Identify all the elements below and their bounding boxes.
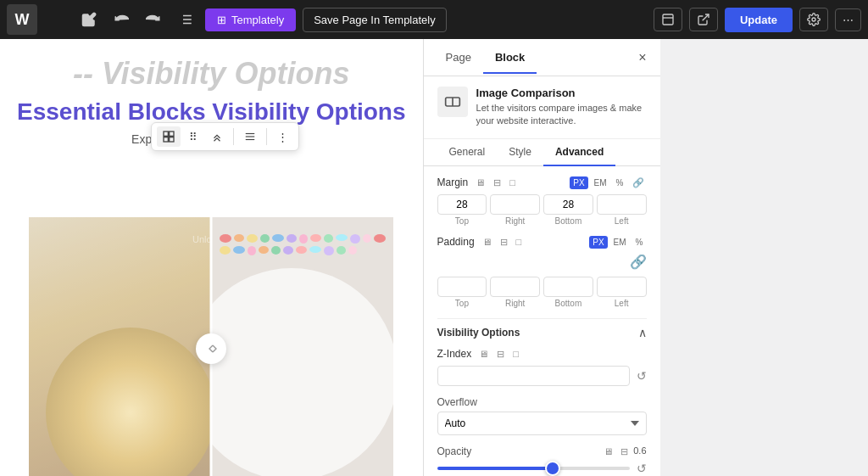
padding-units: PX EM % [589, 236, 646, 249]
sub-tab-style[interactable]: Style [497, 139, 543, 166]
templately-button[interactable]: ⊞ Templately [205, 8, 296, 31]
undo-button[interactable] [108, 8, 134, 31]
padding-device-icon[interactable]: 🖥 [480, 236, 494, 249]
padding-inputs: Top Right Bottom Left [437, 277, 647, 308]
dots-button[interactable]: ⠿ [184, 127, 203, 147]
margin-bottom-label: Bottom [555, 216, 582, 226]
margin-top-input[interactable] [437, 194, 487, 215]
block-type-button[interactable] [157, 126, 181, 147]
opacity-slider[interactable]: 0.6 [437, 467, 630, 470]
opacity-device-icon[interactable]: 🖥 [601, 445, 615, 458]
tab-page[interactable]: Page [434, 42, 483, 74]
zindex-device-icon[interactable]: 🖥 [476, 348, 491, 361]
canvas-area: ⠿ ⋮ -- Visibility Options Essential Bloc… [0, 39, 423, 476]
margin-bottom-input[interactable] [543, 194, 593, 215]
edit-button[interactable] [76, 8, 102, 31]
padding-link-icon[interactable]: 🔗 [630, 254, 647, 270]
settings-button[interactable] [799, 8, 828, 31]
margin-right-label: Right [505, 216, 525, 226]
padding-bottom-input[interactable] [543, 277, 593, 297]
margin-units: PX EM % 🔗 [570, 176, 646, 189]
comparison-handle[interactable] [196, 333, 226, 364]
margin-section: Margin 🖥 ⊟ □ PX EM % 🔗 [437, 176, 647, 226]
panel-content: Margin 🖥 ⊟ □ PX EM % 🔗 [424, 166, 660, 476]
block-icon [437, 87, 468, 117]
padding-tablet-icon[interactable]: ⊟ [498, 236, 510, 249]
wp-logo-icon[interactable]: W [7, 4, 37, 35]
padding-unit-percent[interactable]: % [632, 236, 647, 249]
block-toolbar: ⠿ ⋮ [151, 122, 299, 151]
more-block-button[interactable]: ⋮ [272, 127, 293, 147]
right-sidebar: Page Block × Image Comparison Let the vi… [423, 39, 660, 476]
opacity-slider-thumb[interactable]: 0.6 [545, 461, 560, 476]
margin-tablet-icon[interactable]: ⊟ [491, 176, 504, 189]
padding-left-input[interactable] [597, 277, 647, 297]
preview-button[interactable] [689, 8, 718, 31]
zindex-input[interactable] [437, 366, 630, 386]
visibility-section-header: Visibility Options ∧ [437, 326, 647, 339]
tab-block[interactable]: Block [483, 42, 537, 74]
margin-label: Margin [437, 176, 469, 188]
padding-unit-px[interactable]: PX [589, 236, 607, 249]
padding-field-icons: 🖥 ⊟ □ [480, 236, 525, 249]
sidebar-close-button[interactable]: × [635, 47, 649, 69]
margin-right-input[interactable] [490, 194, 540, 215]
margin-left-label: Left [615, 216, 629, 226]
margin-unit-percent[interactable]: % [613, 176, 627, 189]
overflow-select[interactable]: Auto Hidden Visible Scroll [437, 412, 647, 435]
update-button[interactable]: Update [725, 8, 793, 32]
padding-bottom-label: Bottom [555, 299, 582, 308]
arrows-button[interactable] [206, 127, 228, 146]
templately-icon: ⊞ [217, 14, 226, 26]
padding-left-label: Left [615, 299, 629, 308]
opacity-reset-button[interactable]: ↺ [637, 462, 647, 475]
view-button[interactable] [654, 8, 682, 31]
margin-unit-px[interactable]: PX [570, 176, 587, 189]
opacity-label: Opacity [437, 445, 476, 457]
svg-rect-10 [164, 132, 168, 136]
zindex-reset-button[interactable]: ↺ [637, 369, 647, 383]
opacity-icons: 🖥 ⊟ 0.6 [601, 445, 646, 458]
sub-tab-general[interactable]: General [437, 139, 498, 166]
details-button[interactable] [173, 8, 198, 31]
add-block-button[interactable] [44, 8, 70, 31]
redo-button[interactable] [141, 8, 166, 31]
padding-unit-em[interactable]: EM [610, 236, 630, 249]
after-image [211, 217, 393, 476]
margin-field-icons: 🖥 ⊟ □ [473, 176, 518, 189]
opacity-tablet-icon[interactable]: ⊟ [618, 445, 631, 458]
padding-right-input[interactable] [490, 277, 540, 297]
zindex-mobile-icon[interactable]: □ [510, 348, 521, 361]
save-page-button[interactable]: Save Page In Templately [303, 8, 447, 32]
visibility-section-toggle[interactable]: ∧ [638, 326, 647, 339]
overflow-label: Overflow [437, 396, 647, 408]
margin-device-icon[interactable]: 🖥 [473, 176, 487, 189]
block-info: Image Comparison Let the visitors compar… [424, 76, 660, 139]
svg-rect-6 [663, 14, 673, 25]
padding-top-input[interactable] [437, 277, 487, 297]
margin-top-label: Top [455, 216, 469, 226]
more-options-button[interactable]: ⋯ [835, 8, 861, 31]
block-name-label: Image Comparison [476, 87, 647, 99]
padding-right-label: Right [505, 299, 525, 308]
page-title-ghost: -- Visibility Options [17, 56, 406, 92]
opacity-slider-row: 0.6 ↺ [437, 462, 647, 475]
zindex-tablet-icon[interactable]: ⊟ [494, 348, 507, 361]
margin-inputs: Top Right Bottom Left [437, 194, 647, 226]
sub-tab-advanced[interactable]: Advanced [543, 139, 615, 166]
padding-mobile-icon[interactable]: □ [514, 236, 525, 249]
align-button[interactable] [239, 127, 261, 146]
block-description-label: Let the visitors compare images & make y… [476, 102, 647, 128]
image-comparison-block[interactable]: Unlocated [17, 213, 406, 476]
top-toolbar: W ⊞ Templately Save Page In Templately U… [0, 0, 868, 39]
visibility-section-title: Visibility Options [437, 327, 520, 339]
overflow-group: Overflow Auto Hidden Visible Scroll [437, 396, 647, 435]
margin-mobile-icon[interactable]: □ [507, 176, 518, 189]
margin-unit-em[interactable]: EM [591, 176, 610, 189]
canvas-content: -- Visibility Options Essential Blocks V… [0, 39, 423, 476]
zindex-label: Z-Index [437, 348, 472, 360]
sidebar-main-tabs: Page Block × [424, 39, 660, 76]
margin-left-input[interactable] [597, 194, 647, 215]
margin-link-icon[interactable]: 🔗 [630, 176, 647, 189]
block-sub-tabs: General Style Advanced [424, 139, 660, 166]
